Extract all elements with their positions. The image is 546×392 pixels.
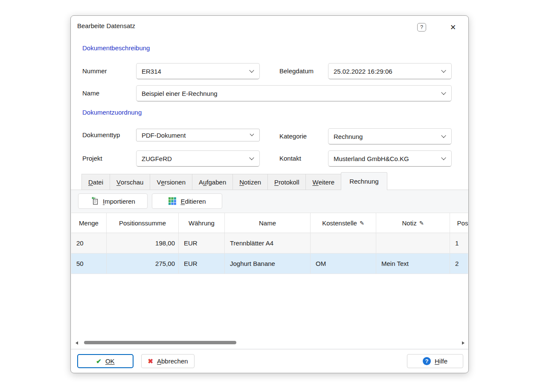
dokumenttyp-select[interactable]: PDF-Dokument: [136, 129, 260, 141]
section-heading-document-description: Dokumentbeschreibung: [82, 44, 150, 52]
cell-positionssumme[interactable]: 275,00: [107, 254, 179, 274]
column-header-menge[interactable]: Menge: [71, 213, 107, 233]
column-header-positionssumme[interactable]: Positionssumme: [107, 213, 179, 233]
cell-menge[interactable]: 20: [71, 233, 107, 253]
kategorie-combobox[interactable]: Rechnung: [328, 128, 452, 144]
belegdatum-label: Belegdatum: [279, 63, 314, 79]
ok-button[interactable]: ✔ OK: [77, 354, 134, 368]
name-label: Name: [82, 85, 99, 101]
column-header-pos[interactable]: Pos: [450, 213, 468, 233]
nummer-label: Nummer: [82, 63, 107, 79]
cancel-button-label: Abbrechen: [157, 357, 188, 365]
chevron-down-icon: [441, 90, 446, 95]
table-body: 20198,00EURTrennblätter A4150275,00EURJo…: [71, 233, 468, 274]
help-button-label: Hilfe: [435, 357, 447, 365]
tab-bar: DateiVorschauVersionenAufgabenNotizenPro…: [81, 172, 387, 190]
projekt-value: ZUGFeRD: [142, 155, 172, 162]
check-icon: ✔: [96, 357, 102, 365]
chevron-down-icon: [250, 132, 254, 136]
help-button[interactable]: ? Hilfe: [407, 354, 463, 368]
cell-waehrung[interactable]: EUR: [179, 254, 225, 274]
help-question-icon: ?: [423, 357, 431, 365]
cell-positionssumme[interactable]: 198,00: [107, 233, 179, 253]
column-header-kostenstelle[interactable]: Kostenstelle✎: [311, 213, 376, 233]
kategorie-label: Kategorie: [279, 128, 307, 144]
tab-datei[interactable]: Datei: [81, 174, 110, 190]
name-value: Beispiel einer E-Rechnung: [142, 90, 218, 97]
column-header-name[interactable]: Name: [225, 213, 311, 233]
tab-versionen[interactable]: Versionen: [150, 174, 192, 190]
table-row[interactable]: 50275,00EURJoghurt BananeOMMein Text2: [71, 254, 468, 274]
chevron-down-icon: [441, 68, 446, 72]
kategorie-value: Rechnung: [334, 133, 363, 140]
chevron-down-icon: [249, 68, 254, 72]
scroll-right-arrow-icon[interactable]: [462, 341, 465, 345]
pencil-icon: ✎: [419, 220, 424, 226]
kontakt-value: Musterland GmbH&Co.KG: [334, 155, 409, 162]
tab-notizen[interactable]: Notizen: [232, 174, 268, 190]
ok-button-label: OK: [105, 357, 115, 365]
horizontal-scrollbar[interactable]: [74, 339, 466, 346]
edit-record-dialog: Bearbeite Datensatz ? ✕ Dokumentbeschrei…: [70, 15, 469, 373]
projekt-combobox[interactable]: ZUGFeRD: [136, 150, 260, 167]
belegdatum-value: 25.02.2022 16:29:06: [334, 68, 392, 75]
cancel-x-icon: ✖: [148, 357, 153, 365]
pencil-icon: ✎: [360, 220, 364, 226]
import-button-label: Importieren: [103, 198, 135, 205]
nummer-combobox[interactable]: ER314: [136, 63, 260, 79]
import-icon: [90, 197, 99, 205]
column-header-label: Menge: [79, 219, 99, 227]
cell-waehrung[interactable]: EUR: [179, 233, 225, 253]
section-heading-document-assignment: Dokumentzuordnung: [82, 109, 142, 116]
dialog-title: Bearbeite Datensatz: [77, 22, 135, 29]
nummer-value: ER314: [142, 68, 161, 75]
cell-kostenstelle[interactable]: OM: [311, 254, 376, 274]
column-header-label: Währung: [189, 219, 215, 227]
tab-vorschau[interactable]: Vorschau: [110, 174, 150, 190]
column-header-label: Name: [259, 219, 276, 227]
cell-notiz[interactable]: Mein Text: [376, 254, 450, 274]
cell-kostenstelle[interactable]: [311, 233, 376, 253]
edit-button[interactable]: Editieren: [152, 193, 222, 209]
column-header-notiz[interactable]: Notiz✎: [376, 213, 450, 233]
tab-weitere[interactable]: Weitere: [305, 174, 341, 190]
kontakt-combobox[interactable]: Musterland GmbH&Co.KG: [328, 150, 452, 167]
cancel-button[interactable]: ✖ Abbrechen: [141, 354, 195, 368]
tab-aufgaben[interactable]: Aufgaben: [192, 174, 233, 190]
chevron-down-icon: [441, 155, 446, 160]
cell-pos[interactable]: 2: [450, 254, 468, 274]
edit-table-icon: [168, 197, 177, 205]
scroll-left-arrow-icon[interactable]: [76, 341, 78, 345]
positions-table: MengePositionssummeWährungNameKostenstel…: [71, 213, 468, 348]
table-row[interactable]: 20198,00EURTrennblätter A41: [71, 233, 468, 254]
belegdatum-combobox[interactable]: 25.02.2022 16:29:06: [328, 63, 452, 79]
name-combobox[interactable]: Beispiel einer E-Rechnung: [136, 85, 452, 101]
tab-protokoll[interactable]: Protokoll: [267, 174, 306, 190]
dokumenttyp-label: Dokumenttyp: [82, 127, 120, 143]
dokumenttyp-value: PDF-Dokument: [142, 132, 186, 139]
cell-notiz[interactable]: [376, 233, 450, 253]
close-icon[interactable]: ✕: [447, 21, 459, 33]
edit-button-label: Editieren: [180, 198, 206, 205]
tab-rechnung[interactable]: Rechnung: [341, 172, 387, 190]
cell-name[interactable]: Trennblätter A4: [225, 233, 311, 253]
projekt-label: Projekt: [82, 150, 102, 167]
chevron-down-icon: [441, 133, 446, 138]
cell-pos[interactable]: 1: [450, 233, 468, 253]
column-header-label: Kostenstelle: [322, 219, 357, 227]
column-header-waehrung[interactable]: Währung: [179, 213, 225, 233]
cell-menge[interactable]: 50: [71, 254, 107, 274]
column-header-label: Positionssumme: [119, 219, 166, 227]
kontakt-label: Kontakt: [279, 150, 301, 167]
import-button[interactable]: Importieren: [78, 193, 148, 209]
scrollbar-thumb[interactable]: [84, 341, 236, 344]
chevron-down-icon: [249, 155, 254, 160]
titlebar-help-icon[interactable]: ?: [417, 23, 426, 32]
column-header-label: Pos: [457, 219, 468, 227]
cell-name[interactable]: Joghurt Banane: [225, 254, 311, 274]
table-header-row: MengePositionssummeWährungNameKostenstel…: [71, 213, 468, 233]
column-header-label: Notiz: [402, 219, 416, 227]
